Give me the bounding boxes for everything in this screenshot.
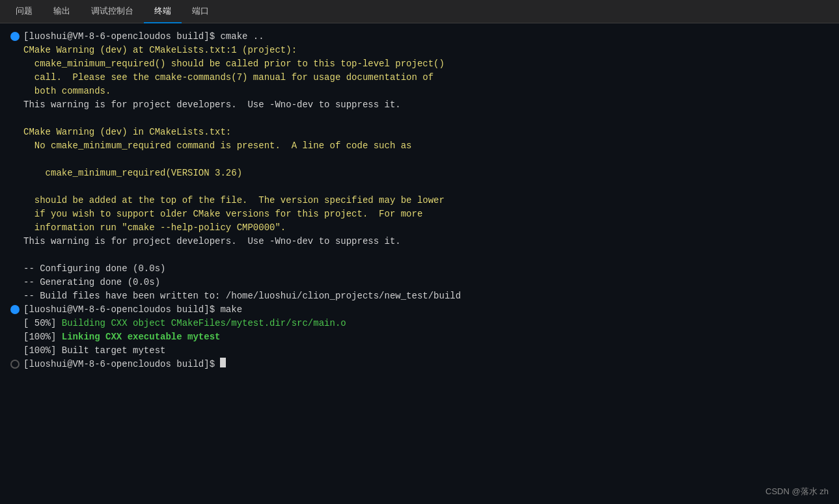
terminal-output: cmake_minimum_required(VERSION 3.26)	[23, 166, 242, 180]
tab-debug-console[interactable]: 调试控制台	[81, 0, 144, 23]
terminal-line: [100%] Built target mytest	[10, 344, 829, 358]
terminal-line: cmake_minimum_required(VERSION 3.26)	[10, 166, 829, 180]
terminal-output: Building CXX object CMakeFiles/mytest.di…	[62, 317, 346, 330]
tab-output[interactable]: 输出	[43, 0, 81, 23]
terminal-output: [ 50%]	[23, 317, 62, 330]
terminal-output: -- Configuring done (0.0s)	[23, 262, 165, 276]
terminal-output: if you wish to support older CMake versi…	[23, 207, 422, 221]
terminal-output: -- Generating done (0.0s)	[23, 276, 160, 289]
tab-bar: 问题 输出 调试控制台 终端 端口	[0, 0, 839, 23]
terminal-line: both commands.	[10, 85, 829, 98]
terminal-line: [100%] Linking CXX executable mytest	[10, 330, 829, 344]
terminal-prompt: [luoshui@VM-8-6-opencloudos build]$	[23, 303, 220, 317]
terminal-prompt: [luoshui@VM-8-6-opencloudos build]$	[23, 30, 220, 44]
terminal-cursor	[220, 358, 226, 367]
terminal-output: This warning is for project developers. …	[23, 235, 401, 248]
terminal-line: -- Build files have been written to: /ho…	[10, 289, 829, 303]
terminal-output: call. Please see the cmake-commands(7) m…	[23, 71, 433, 85]
terminal-line: This warning is for project developers. …	[10, 235, 829, 248]
tab-ports[interactable]: 端口	[182, 0, 219, 23]
terminal-output: -- Build files have been written to: /ho…	[23, 289, 461, 303]
terminal-line: CMake Warning (dev) at CMakeLists.txt:1 …	[10, 44, 829, 57]
terminal-prompt-line: [luoshui@VM-8-6-opencloudos build]$	[10, 358, 829, 371]
terminal-output: CMake Warning (dev) in CMakeLists.txt:	[23, 126, 231, 139]
terminal-cmd: cmake ..	[220, 30, 264, 44]
terminal-output: cmake_minimum_required() should be calle…	[23, 57, 445, 71]
terminal-output: This warning is for project developers. …	[23, 98, 401, 112]
prompt-dot	[10, 32, 20, 41]
tab-terminal[interactable]: 终端	[144, 0, 182, 23]
terminal-line: should be added at the top of the file. …	[10, 194, 829, 207]
terminal-line: [luoshui@VM-8-6-opencloudos build]$ make	[10, 303, 829, 317]
terminal-output: No cmake_minimum_required command is pre…	[23, 139, 412, 153]
prompt-dot-empty	[10, 360, 20, 369]
prompt-dot	[10, 305, 20, 314]
terminal-line: information run "cmake --help-policy CMP…	[10, 221, 829, 235]
terminal-output: CMake Warning (dev) at CMakeLists.txt:1 …	[23, 44, 297, 57]
terminal-line: [luoshui@VM-8-6-opencloudos build]$ cmak…	[10, 30, 829, 44]
terminal-cmd: make	[220, 303, 242, 317]
terminal-line: cmake_minimum_required() should be calle…	[10, 57, 829, 71]
terminal-line: -- Configuring done (0.0s)	[10, 262, 829, 276]
terminal-line: This warning is for project developers. …	[10, 98, 829, 112]
terminal-prompt: [luoshui@VM-8-6-opencloudos build]$	[23, 358, 220, 371]
watermark: CSDN @落水 zh	[765, 486, 829, 497]
terminal-line: No cmake_minimum_required command is pre…	[10, 139, 829, 153]
terminal-line: call. Please see the cmake-commands(7) m…	[10, 71, 829, 85]
terminal-output: should be added at the top of the file. …	[23, 194, 445, 207]
tab-problems[interactable]: 问题	[5, 0, 43, 23]
terminal-output: [100%] Built target mytest	[23, 344, 165, 358]
terminal-line: [ 50%] Building CXX object CMakeFiles/my…	[10, 317, 829, 330]
terminal-line: if you wish to support older CMake versi…	[10, 207, 829, 221]
terminal-line: CMake Warning (dev) in CMakeLists.txt:	[10, 126, 829, 139]
terminal-line: -- Generating done (0.0s)	[10, 276, 829, 289]
terminal-output: [100%]	[23, 330, 62, 344]
terminal-area[interactable]: [luoshui@VM-8-6-opencloudos build]$ cmak…	[0, 23, 839, 504]
terminal-output: both commands.	[23, 85, 111, 98]
terminal-output: information run "cmake --help-policy CMP…	[23, 221, 286, 235]
terminal-output: Linking CXX executable mytest	[62, 330, 221, 344]
